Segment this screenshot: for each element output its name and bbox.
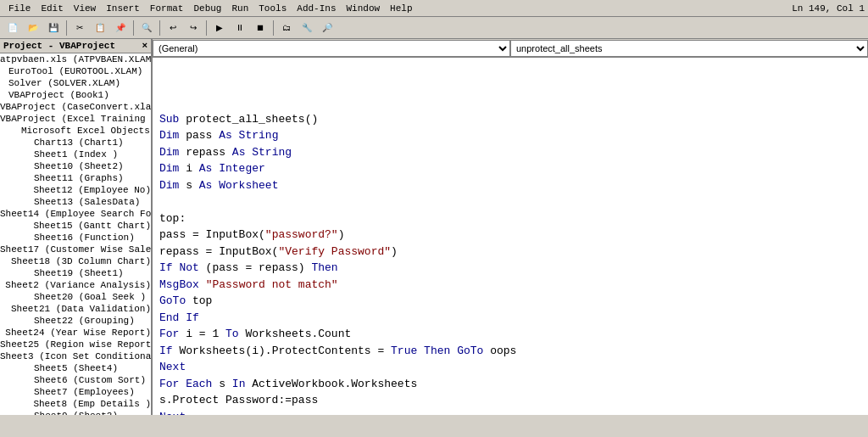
tree-item[interactable]: Sheet8 (Emp Details ) (0, 398, 151, 410)
sep1 (66, 20, 67, 36)
cut-button[interactable]: ✂ (70, 19, 89, 37)
tree-item[interactable]: Sheet17 (Customer Wise Sales Report) (0, 244, 151, 255)
new-button[interactable]: 📄 (3, 19, 22, 37)
code-line: Next (159, 359, 861, 376)
code-line (159, 193, 861, 210)
tree-item[interactable]: Sheet20 (Goal Seek ) (0, 291, 151, 303)
tree-item[interactable]: Sheet13 (SalesData) (0, 196, 151, 208)
tree-item[interactable]: VBAProject (CaseConvert.xla) (0, 101, 151, 113)
tree-item[interactable]: Sheet10 (Sheet2) (0, 160, 151, 172)
sep4 (206, 20, 207, 36)
tree-item[interactable]: Sheet18 (3D Column Chart) (0, 255, 151, 267)
tree-item[interactable]: Sheet14 (Employee Search Form ) (0, 208, 151, 220)
project-panel-close[interactable]: × (142, 41, 147, 51)
menubar-item-debug[interactable]: Debug (188, 2, 226, 15)
code-toolbar: (General) unprotect_all_sheets (153, 39, 868, 58)
paste-button[interactable]: 📌 (111, 19, 130, 37)
menubar-item-insert[interactable]: Insert (101, 2, 145, 15)
tree-label: Sheet20 (Goal Seek ) (34, 292, 146, 302)
menubar-item-addins[interactable]: Add-Ins (292, 2, 341, 15)
tree-label: Sheet1 (Index ) (34, 149, 118, 160)
project-panel-title: Project - VBAProject (3, 41, 115, 51)
project-tree[interactable]: atpvbaen.xls (ATPVBAEN.XLAM)EuroTool (EU… (0, 53, 151, 415)
procedure-dropdown[interactable]: unprotect_all_sheets (510, 40, 868, 57)
code-area: (General) unprotect_all_sheets Sub prote… (153, 39, 868, 415)
tree-item[interactable]: Solver (SOLVER.XLAM) (0, 77, 151, 89)
general-dropdown[interactable]: (General) (153, 40, 510, 57)
tree-item[interactable]: Sheet9 (Sheet3) (0, 410, 151, 415)
tree-label: Sheet21 (Data Validation) (11, 304, 151, 314)
tree-label: Sheet18 (3D Column Chart) (11, 256, 151, 266)
tree-item[interactable]: Sheet1 (Index ) (0, 148, 151, 160)
find-button[interactable]: 🔍 (137, 19, 156, 37)
tree-label: Sheet7 (Employees) (34, 387, 135, 397)
tree-item[interactable]: Sheet3 (Icon Set Conditional Formattin) (0, 350, 151, 362)
tree-item[interactable]: VBAProject (Excel Training File.xlsm) (0, 113, 151, 125)
run-button[interactable]: ▶ (210, 19, 229, 37)
menubar-item-view[interactable]: View (69, 2, 101, 15)
tree-label: Sheet25 (Region wise Report) (0, 339, 151, 350)
tree-label: atpvbaen.xls (ATPVBAEN.XLAM) (0, 54, 151, 64)
menubar-item-file[interactable]: File (3, 2, 36, 15)
code-line: If Worksheets(i).ProtectContents = True … (159, 343, 861, 360)
copy-button[interactable]: 📋 (91, 19, 109, 37)
tree-item[interactable]: Sheet19 (Sheet1) (0, 267, 151, 279)
code-line: Next (159, 409, 861, 416)
tree-item[interactable]: Sheet6 (Custom Sort) (0, 374, 151, 386)
code-line: For i = 1 To Worksheets.Count (159, 326, 861, 343)
tree-item[interactable]: Sheet22 (Grouping) (0, 315, 151, 327)
tree-item[interactable]: Sheet12 (Employee No) (0, 184, 151, 196)
tree-label: Sheet10 (Sheet2) (34, 161, 124, 171)
properties-button[interactable]: 🔧 (298, 19, 316, 37)
tree-label: Sheet8 (Emp Details ) (33, 399, 151, 409)
tree-item[interactable]: Sheet11 (Graphs) (0, 172, 151, 184)
main-area: Project - VBAProject × atpvbaen.xls (ATP… (0, 39, 868, 415)
tree-label: VBAProject (Book1) (8, 90, 109, 100)
tree-item[interactable]: atpvbaen.xls (ATPVBAEN.XLAM) (0, 53, 151, 65)
menubar: File Edit View Insert Format Debug Run T… (0, 0, 868, 17)
tree-item[interactable]: EuroTool (EUROTOOL.XLAM) (0, 65, 151, 77)
tree-item[interactable]: Sheet2 (Variance Analysis) (0, 279, 151, 291)
tree-label: Sheet2 (Variance Analysis) (5, 280, 151, 290)
project-explorer-button[interactable]: 🗂 (277, 19, 296, 37)
tree-label: Sheet24 (Year Wise Report) (5, 328, 151, 338)
code-line: Sub protect_all_sheets() (159, 111, 861, 128)
tree-item[interactable]: VBAProject (Book1) (0, 89, 151, 101)
menubar-item-edit[interactable]: Edit (36, 2, 68, 15)
menubar-item-format[interactable]: Format (145, 2, 189, 15)
code-line: Dim i As Integer (159, 160, 861, 177)
tree-label: Chart13 (Chart1) (34, 137, 124, 148)
reset-button[interactable]: ⏹ (251, 19, 270, 37)
tree-item[interactable]: Chart13 (Chart1) (0, 137, 151, 148)
tree-item[interactable]: Sheet25 (Region wise Report) (0, 339, 151, 350)
tree-label: Sheet22 (Grouping) (34, 316, 135, 326)
code-line: repass = InputBox("Verify Password") (159, 244, 861, 261)
menubar-item-run[interactable]: Run (226, 2, 253, 15)
tree-label: VBAProject (Excel Training File.xlsm) (0, 114, 151, 124)
tree-item[interactable]: Sheet15 (Gantt Chart) (0, 220, 151, 232)
tree-label: Sheet14 (Employee Search Form ) (0, 209, 151, 219)
tree-label: EuroTool (EUROTOOL.XLAM) (8, 66, 142, 76)
code-line: top: (159, 210, 861, 227)
menubar-item-window[interactable]: Window (342, 2, 386, 15)
save-button[interactable]: 💾 (44, 19, 63, 37)
tree-item[interactable]: Microsoft Excel Objects (0, 125, 151, 137)
object-browser-button[interactable]: 🔎 (318, 19, 337, 37)
tree-item[interactable]: Sheet16 (Function) (0, 232, 151, 244)
tree-item[interactable]: Sheet21 (Data Validation) (0, 303, 151, 315)
tree-label: Sheet13 (SalesData) (34, 197, 140, 207)
menubar-item-tools[interactable]: Tools (253, 2, 292, 15)
project-panel: Project - VBAProject × atpvbaen.xls (ATP… (0, 39, 153, 415)
undo-button[interactable]: ↩ (164, 19, 182, 37)
sep2 (133, 20, 134, 36)
tree-item[interactable]: Sheet24 (Year Wise Report) (0, 327, 151, 339)
code-editor[interactable]: Sub protect_all_sheets()Dim pass As Stri… (153, 58, 868, 415)
tree-item[interactable]: Sheet5 (Sheet4) (0, 362, 151, 374)
tree-item[interactable]: Sheet7 (Employees) (0, 386, 151, 398)
code-line: Dim pass As String (159, 127, 861, 144)
code-line: For Each s In ActiveWorkbook.Worksheets (159, 376, 861, 393)
redo-button[interactable]: ↪ (184, 19, 203, 37)
open-button[interactable]: 📂 (24, 19, 42, 37)
break-button[interactable]: ⏸ (231, 19, 249, 37)
menubar-item-help[interactable]: Help (385, 2, 417, 15)
